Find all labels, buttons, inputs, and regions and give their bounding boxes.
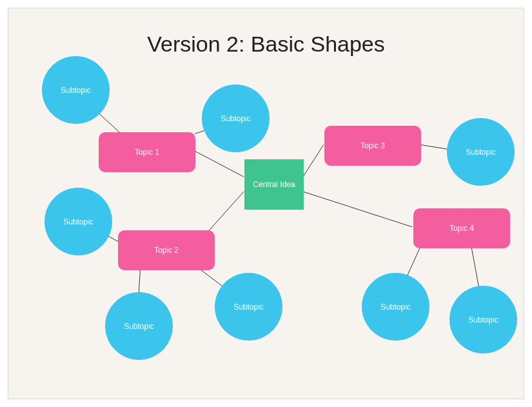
topic-4-node[interactable]: Topic 4 (413, 208, 510, 248)
subtopic-3-node[interactable]: Subtopic (447, 118, 515, 186)
subtopic-4-node[interactable]: Subtopic (44, 188, 112, 255)
svg-line-0 (195, 151, 244, 177)
diagram-title: Version 2: Basic Shapes (8, 32, 524, 57)
diagram-canvas: Version 2: Basic Shapes Central Idea Top… (8, 8, 524, 399)
subtopic-2-node[interactable]: Subtopic (202, 84, 270, 152)
svg-line-2 (303, 144, 324, 177)
svg-line-3 (303, 192, 413, 227)
topic-2-node[interactable]: Topic 2 (118, 230, 215, 270)
subtopic-1-node[interactable]: Subtopic (42, 56, 110, 124)
subtopic-8-node[interactable]: Subtopic (449, 286, 517, 353)
subtopic-5-node[interactable]: Subtopic (105, 292, 173, 360)
subtopic-6-node[interactable]: Subtopic (215, 273, 282, 341)
subtopic-7-node[interactable]: Subtopic (362, 273, 429, 341)
topic-3-node[interactable]: Topic 3 (324, 126, 421, 166)
topic-1-node[interactable]: Topic 1 (99, 132, 195, 172)
central-idea-node[interactable]: Central Idea (244, 159, 304, 210)
